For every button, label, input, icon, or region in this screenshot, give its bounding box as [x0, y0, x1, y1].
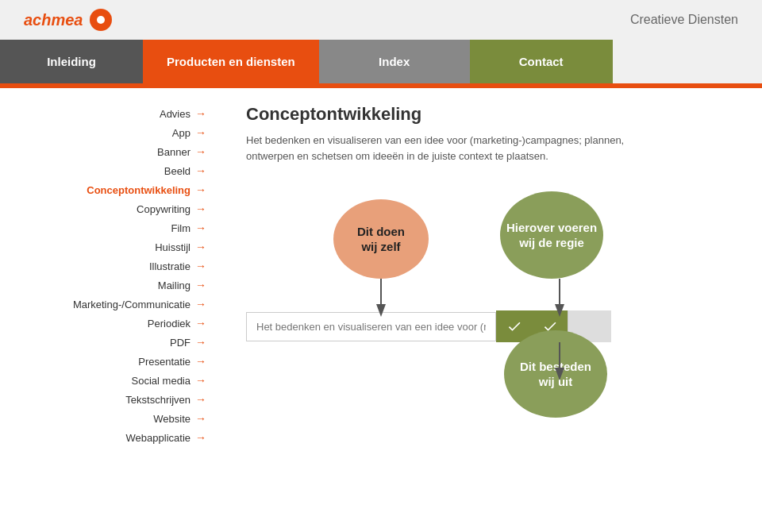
navigation: Inleiding Producten en diensten Index Co…	[0, 40, 762, 83]
arrow-icon: →	[195, 279, 206, 291]
arrow-icon: →	[195, 126, 206, 139]
arrow-icon: →	[195, 374, 206, 387]
logo-icon	[90, 9, 112, 31]
arrow-icon: →	[195, 260, 206, 272]
sidebar-item-webapplicatie[interactable]: Webapplicatie →	[0, 428, 222, 447]
sidebar-item-banner[interactable]: Banner →	[0, 142, 222, 161]
sidebar-item-periodiek[interactable]: Periodiek →	[0, 314, 222, 333]
arrow-icon: →	[195, 412, 206, 425]
oval-uitbesteden-text: Dit bestedenwij uit	[520, 359, 591, 390]
oval-regie: Hierover voerenwij de regie	[500, 191, 603, 279]
sidebar-item-website[interactable]: Website →	[0, 409, 222, 428]
arrow-icon: →	[195, 431, 206, 444]
arrow-icon: →	[195, 336, 206, 349]
nav-contact[interactable]: Contact	[470, 40, 613, 83]
sidebar-item-mailing[interactable]: Mailing →	[0, 276, 222, 295]
arrow-icon: →	[195, 145, 206, 158]
arrow-icon: →	[195, 222, 206, 234]
arrow-icon: →	[195, 317, 206, 330]
sidebar-item-advies[interactable]: Advies →	[0, 104, 222, 123]
sidebar-label: Social media	[132, 375, 190, 387]
sidebar-item-tekstschrijven[interactable]: Tekstschrijven →	[0, 390, 222, 409]
logo-text: achmea	[24, 11, 83, 29]
sidebar-label: Banner	[157, 146, 190, 158]
arrow-icon: →	[195, 298, 206, 310]
nav-inleiding[interactable]: Inleiding	[0, 40, 143, 83]
checkmark-icon-1	[506, 318, 522, 334]
sidebar-label: Tekstschrijven	[125, 394, 190, 406]
content-description: Het bedenken en visualiseren van een ide…	[246, 133, 643, 164]
sidebar-label: Film	[171, 222, 190, 234]
nav-producten[interactable]: Producten en diensten	[143, 40, 319, 83]
logo: achmea	[24, 9, 112, 31]
sidebar-label: Advies	[160, 108, 190, 120]
sidebar-label: Mailing	[158, 279, 190, 291]
content-title: Conceptontwikkeling	[246, 104, 651, 125]
oval-uitbesteden: Dit bestedenwij uit	[504, 330, 607, 418]
oval-zelf-text: Dit doenwij zelf	[357, 224, 405, 255]
sidebar-item-marketing[interactable]: Marketing-/Communicatie →	[0, 295, 222, 314]
arrow-icon: →	[195, 355, 206, 368]
sidebar-label: App	[172, 127, 190, 139]
company-name: Creatieve Diensten	[630, 13, 738, 27]
sidebar-item-film[interactable]: Film →	[0, 218, 222, 237]
main-content: Advies → App → Banner → Beeld → Concepto…	[0, 88, 762, 485]
sidebar-label: Illustratie	[149, 260, 190, 272]
description-input[interactable]	[246, 312, 496, 341]
oval-regie-text: Hierover voerenwij de regie	[506, 220, 597, 251]
sidebar-label: Copywriting	[137, 203, 190, 215]
sidebar-item-illustratie[interactable]: Illustratie →	[0, 256, 222, 276]
sidebar-item-social-media[interactable]: Social media →	[0, 371, 222, 390]
sidebar-label: Conceptontwikkeling	[87, 184, 190, 196]
arrow-icon: →	[195, 241, 206, 253]
sidebar-label: PDF	[170, 337, 190, 349]
arrow-icon: →	[195, 107, 206, 120]
diagram: Dit doenwij zelf Hierover voerenwij de r…	[246, 187, 651, 426]
sidebar-item-conceptontwikkeling[interactable]: Conceptontwikkeling →	[0, 180, 222, 199]
oval-zelf: Dit doenwij zelf	[333, 199, 429, 279]
sidebar-label: Presentatie	[138, 356, 190, 368]
nav-index[interactable]: Index	[319, 40, 470, 83]
arrow-icon: →	[195, 164, 206, 177]
arrow-icon: →	[195, 393, 206, 406]
content-area: Conceptontwikkeling Het bedenken en visu…	[222, 88, 675, 485]
arrow-icon: →	[195, 183, 206, 196]
sidebar-label: Marketing-/Communicatie	[73, 299, 190, 310]
sidebar-item-app[interactable]: App →	[0, 123, 222, 142]
sidebar-item-copywriting[interactable]: Copywriting →	[0, 199, 222, 218]
sidebar-item-beeld[interactable]: Beeld →	[0, 161, 222, 180]
sidebar-label: Huisstijl	[155, 241, 190, 253]
sidebar-label: Website	[153, 413, 190, 425]
arrow-icon: →	[195, 202, 206, 215]
footer	[0, 485, 762, 532]
sidebar-item-pdf[interactable]: PDF →	[0, 333, 222, 352]
header: achmea Creatieve Diensten	[0, 0, 762, 40]
sidebar: Advies → App → Banner → Beeld → Concepto…	[0, 88, 222, 485]
sidebar-label: Periodiek	[148, 318, 190, 330]
sidebar-label: Webapplicatie	[126, 432, 190, 444]
sidebar-item-huisstijl[interactable]: Huisstijl →	[0, 237, 222, 256]
sidebar-item-presentatie[interactable]: Presentatie →	[0, 352, 222, 371]
sidebar-label: Beeld	[164, 165, 190, 177]
